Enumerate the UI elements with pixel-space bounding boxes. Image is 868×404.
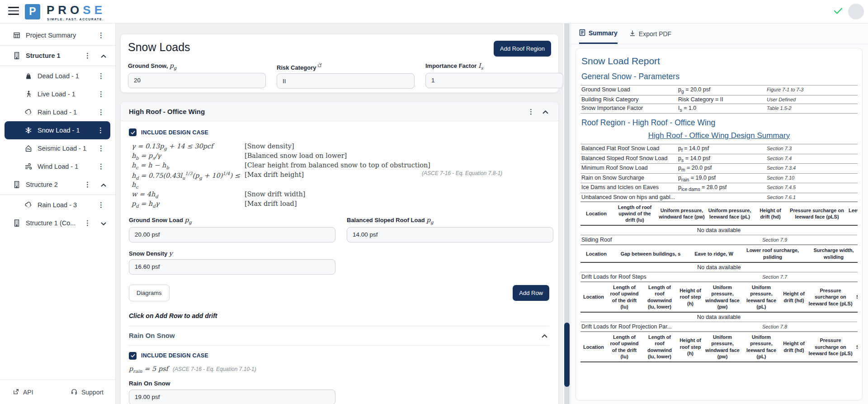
sidebar-item-project-summary[interactable]: Project Summary ⋮	[0, 26, 115, 44]
asce-reference: (ASCE 7-16 - Eq. Equation 7.10-1)	[173, 366, 256, 372]
balanced-sloped-roof-load-input[interactable]: 14.00 psf	[347, 227, 553, 242]
unbalanced-snow-table: LocationLength of roof upwind of the dri…	[580, 202, 858, 236]
drift-roof-steps-table: LocationLength of roof upwind of the dri…	[580, 282, 858, 322]
api-link[interactable]: API	[13, 388, 33, 396]
roof-region-header[interactable]: High Roof - Office Wing ⋮	[121, 102, 558, 121]
design-summary-link[interactable]: High Roof - Office Wing Design Summary	[580, 131, 858, 140]
kebab-menu-icon[interactable]: ⋮	[98, 31, 104, 39]
rain-on-snow-section-header[interactable]: Rain On Snow	[129, 326, 549, 345]
risk-category-field: Risk Category II	[277, 62, 415, 89]
sidebar-item-live-load-1[interactable]: Live Load - 1 ⋮	[0, 85, 115, 103]
summary-doc-icon	[579, 29, 585, 38]
kebab-menu-icon[interactable]: ⋮	[84, 52, 91, 60]
kebab-menu-icon[interactable]: ⋮	[98, 201, 104, 209]
roof-region-card: High Roof - Office Wing ⋮ INCLUDE DESIGN…	[120, 102, 559, 404]
table-row: Balanced Flat Roof Snow Loadpf = 14.0 ps…	[580, 144, 858, 154]
kebab-menu-icon[interactable]: ⋮	[98, 162, 104, 171]
drift-roof-projection-table: LocationLength of roof upwind of the dri…	[580, 332, 858, 362]
include-design-case-label: INCLUDE DESIGN CASE	[141, 352, 208, 359]
scrollbar-thumb[interactable]	[564, 323, 570, 387]
roof-region-title: High Roof - Office Wing	[129, 108, 205, 115]
diagrams-button[interactable]: Diagrams	[129, 285, 170, 301]
panel-tab-bar: Summary Export PDF	[571, 24, 868, 44]
top-bar: P PROSE SIMPLE. FAST. ACCURATE.	[0, 0, 868, 24]
include-design-case-label: INCLUDE DESIGN CASE	[141, 129, 208, 136]
report-title: Snow Load Report	[581, 56, 858, 67]
hamburger-menu-icon[interactable]	[8, 7, 19, 17]
sidebar-item-dead-load-1[interactable]: Dead Load - 1 ⋮	[0, 67, 115, 85]
sidebar-item-structure-1[interactable]: Structure 1 ⋮	[0, 47, 115, 65]
support-link[interactable]: Support	[71, 388, 104, 396]
chevron-up-icon[interactable]	[542, 108, 548, 116]
sidebar-item-rain-load-1[interactable]: Rain Load - 1 ⋮	[0, 103, 115, 121]
general-snow-heading: General Snow - Parameters	[581, 72, 858, 81]
no-data-row: No data available	[580, 313, 857, 322]
no-data-row: No data available	[580, 226, 857, 235]
add-roof-region-button[interactable]: Add Roof Region	[494, 41, 551, 57]
add-row-hint: Click on Add Row to add drift	[129, 312, 549, 319]
user-avatar[interactable]	[848, 4, 864, 19]
ground-snow-load-input[interactable]: 20.00 psf	[129, 227, 335, 242]
sliding-roof-row: Sliding RoofSection 7.9	[580, 235, 858, 245]
add-row-button[interactable]: Add Row	[513, 285, 549, 301]
page-title: Snow Loads	[128, 41, 190, 54]
table-row: Rain on Snow Surchargeprain = 19.0 psfSe…	[580, 173, 858, 183]
kebab-menu-icon[interactable]: ⋮	[97, 126, 104, 134]
divider	[0, 195, 115, 195]
building-icon	[13, 52, 21, 60]
chevron-up-icon[interactable]	[542, 332, 547, 340]
table-row: Ground Snow Loadpg = 20.0 psfFigure 7-1 …	[580, 85, 858, 95]
table-row: Minimum Roof Snow Loadpm = 20.0 psfSecti…	[580, 163, 858, 173]
rain-cloud-icon	[24, 201, 33, 209]
rain-on-snow-input[interactable]: 19.00 psf	[129, 390, 335, 404]
kebab-menu-icon[interactable]: ⋮	[98, 144, 104, 152]
drift-roof-steps-row: Drift Loads for Roof StepsSection 7.7	[580, 272, 858, 282]
snow-density-input[interactable]: 16.60 psf	[129, 259, 335, 275]
live-load-icon	[24, 90, 33, 98]
general-snow-table: Ground Snow Loadpg = 20.0 psfFigure 7-1 …	[580, 85, 858, 114]
ground-snow-field: Ground Snow, pg 20	[128, 62, 266, 89]
sidebar-footer: API Support	[0, 380, 115, 404]
main-content: Snow Loads Add Roof Region Ground Snow, …	[116, 24, 563, 404]
importance-factor-field: Importance Factor Is 1	[425, 62, 563, 89]
seismic-house-icon	[24, 144, 33, 152]
kebab-menu-icon[interactable]: ⋮	[84, 219, 91, 227]
sidebar-item-snow-load-1[interactable]: Snow Load - 1 ⋮	[5, 121, 110, 139]
project-summary-icon	[13, 31, 21, 39]
asce-reference: (ASCE 7-16 - Eq. Equation 7.8-1)	[422, 170, 502, 177]
chevron-down-icon[interactable]	[101, 219, 106, 227]
sidebar: Project Summary ⋮ Structure 1 ⋮ Dead Loa…	[0, 24, 116, 404]
building-icon	[13, 181, 21, 189]
chevron-up-icon[interactable]	[101, 52, 106, 59]
include-design-case-checkbox[interactable]	[129, 128, 137, 136]
tab-summary[interactable]: Summary	[579, 24, 618, 44]
kebab-menu-icon[interactable]: ⋮	[98, 108, 104, 116]
headphones-icon	[71, 388, 78, 396]
snow-load-report: Snow Load Report General Snow - Paramete…	[576, 48, 863, 400]
sliding-roof-table: LocationGap between buildings, sEave to …	[580, 245, 858, 272]
include-design-case-checkbox[interactable]	[129, 352, 137, 360]
balanced-sloped-roof-load-field: Balanced Sloped Roof Load pg 14.00 psf	[347, 216, 553, 242]
sidebar-item-seismic-load-1[interactable]: Seismic Load - 1 ⋮	[0, 139, 115, 157]
divider	[0, 45, 115, 46]
tab-export-pdf[interactable]: Export PDF	[629, 24, 671, 44]
chevron-up-icon[interactable]	[101, 181, 106, 188]
drift-roof-projection-row: Drift Loads for Roof Projection Par...Se…	[580, 322, 858, 332]
sidebar-item-wind-load-1[interactable]: Wind Load - 1 ⋮	[0, 157, 115, 176]
table-row: Unbalanced Snow on hips and gabl...Secti…	[580, 193, 858, 202]
table-row: Ice Dams and Icicles on Eavespice dams =…	[580, 183, 858, 193]
sidebar-item-structure-1-copy[interactable]: Structure 1 (Co... ⋮	[0, 214, 115, 232]
kebab-menu-icon[interactable]: ⋮	[98, 90, 104, 98]
snow-loads-card: Snow Loads Add Roof Region Ground Snow, …	[120, 34, 559, 93]
prose-logo-icon: P	[25, 4, 40, 19]
edit-icon[interactable]	[318, 62, 322, 69]
no-data-row: No data available	[580, 263, 858, 272]
importance-factor-input[interactable]: 1	[425, 73, 563, 88]
kebab-menu-icon[interactable]: ⋮	[528, 108, 534, 116]
sidebar-item-structure-2[interactable]: Structure 2 ⋮	[0, 176, 115, 194]
risk-category-input[interactable]: II	[277, 73, 415, 89]
sidebar-item-rain-load-3[interactable]: Rain Load - 3 ⋮	[0, 196, 115, 214]
kebab-menu-icon[interactable]: ⋮	[84, 181, 91, 189]
kebab-menu-icon[interactable]: ⋮	[98, 72, 104, 80]
ground-snow-input[interactable]: 20	[128, 73, 266, 88]
